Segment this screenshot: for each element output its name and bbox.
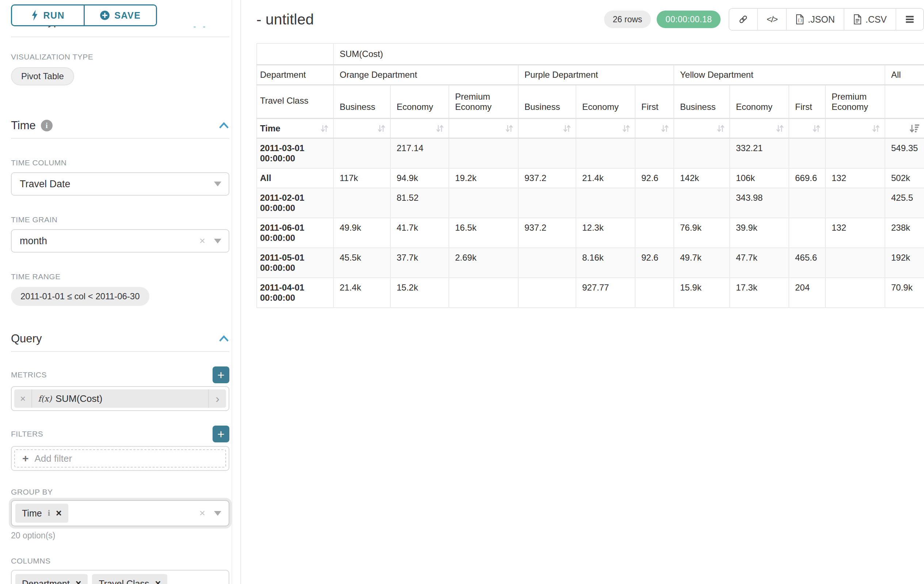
- sort-header[interactable]: [885, 118, 924, 138]
- plus-icon: +: [22, 452, 29, 465]
- chevron-down-icon[interactable]: [214, 239, 221, 243]
- cell-value: [825, 188, 885, 218]
- metric-name: SUM(Cost): [56, 393, 102, 405]
- sort-header[interactable]: [390, 118, 449, 138]
- time-section-title: Time: [11, 119, 36, 132]
- remove-chip-icon[interactable]: ×: [76, 579, 81, 584]
- query-timer-badge: 00:00:00.18: [657, 11, 721, 28]
- cell-value: [635, 188, 674, 218]
- query-section-header[interactable]: Query: [11, 332, 229, 345]
- export-csv-button[interactable]: .CSV: [844, 9, 896, 30]
- time-grain-value: month: [20, 235, 47, 247]
- copy-link-button[interactable]: [729, 9, 757, 30]
- table-row: All117k94.9k19.2k937.221.4k92.6142k106k6…: [257, 168, 924, 188]
- section-divider: [11, 36, 229, 37]
- run-button[interactable]: RUN: [12, 5, 84, 25]
- cell-value: [518, 278, 576, 308]
- sort-header[interactable]: [576, 118, 635, 138]
- column-header: Business: [674, 85, 730, 118]
- menu-icon: [905, 15, 914, 23]
- run-save-group: RUN SAVE: [11, 4, 157, 26]
- sort-header[interactable]: [635, 118, 674, 138]
- panel-drag-handle[interactable]: [193, 26, 205, 28]
- add-filter-dropzone[interactable]: + Add filter: [14, 449, 226, 467]
- export-json-button[interactable]: { } .JSON: [786, 9, 844, 30]
- sort-icon[interactable]: [563, 124, 571, 133]
- sort-header[interactable]: [730, 118, 789, 138]
- table-row: 2011-02-01 00:00:0081.52343.98425.5: [257, 188, 924, 218]
- sort-icon[interactable]: [436, 124, 444, 133]
- cell-value: [789, 188, 825, 218]
- sort-icon[interactable]: [320, 124, 329, 133]
- remove-chip-icon[interactable]: ×: [56, 508, 62, 518]
- cell-value: 502k: [885, 168, 924, 188]
- pivot-tbody: 2011-03-01 00:00:00217.14332.21549.35All…: [257, 138, 924, 308]
- sort-icon[interactable]: [871, 124, 880, 133]
- cell-value: 549.35: [885, 138, 924, 169]
- metric-item[interactable]: × f(x) SUM(Cost) ›: [14, 390, 226, 408]
- cell-value: 332.21: [730, 138, 789, 169]
- chevron-up-icon[interactable]: [218, 335, 229, 342]
- embed-code-button[interactable]: </>: [757, 9, 786, 30]
- chevron-down-icon[interactable]: [214, 182, 221, 186]
- columns-chip-travel-class[interactable]: Travel Class ×: [92, 574, 167, 584]
- sort-header[interactable]: [449, 118, 518, 138]
- sort-icon[interactable]: [776, 124, 784, 133]
- sort-header[interactable]: [789, 118, 825, 138]
- time-column-label: TIME COLUMN: [11, 158, 229, 167]
- more-options-button[interactable]: [896, 9, 923, 30]
- chart-title[interactable]: - untitled: [256, 11, 314, 28]
- time-range-pill[interactable]: 2011-01-01 ≤ col < 2011-06-30: [11, 287, 149, 306]
- visualization-type-chip[interactable]: Pivot Table: [11, 67, 74, 86]
- clear-icon[interactable]: ×: [200, 236, 205, 246]
- cell-value: [518, 138, 576, 169]
- cell-value: 37.7k: [390, 248, 449, 278]
- time-sort-header[interactable]: Time: [257, 118, 333, 138]
- sort-header[interactable]: [674, 118, 730, 138]
- chevron-down-icon[interactable]: [214, 511, 221, 516]
- corner-blank-cell: [257, 43, 333, 65]
- info-icon: i: [41, 120, 53, 132]
- table-row: 2011-04-01 00:00:0021.4k15.2k927.7715.9k…: [257, 278, 924, 308]
- chevron-right-icon[interactable]: ›: [208, 390, 226, 408]
- group-by-select[interactable]: Time i × ×: [11, 500, 229, 526]
- cell-value: 937.2: [518, 168, 576, 188]
- clear-icon[interactable]: ×: [200, 508, 205, 518]
- sort-icon[interactable]: [716, 124, 725, 133]
- columns-select[interactable]: Department × Travel Class × ×: [11, 570, 229, 584]
- chevron-up-icon[interactable]: [218, 122, 229, 129]
- save-button[interactable]: SAVE: [84, 5, 156, 25]
- add-filter-button[interactable]: +: [213, 426, 229, 443]
- sort-icon[interactable]: [812, 124, 821, 133]
- columns-chip-department[interactable]: Department ×: [15, 574, 87, 584]
- cell-value: 92.6: [635, 168, 674, 188]
- row-label: 2011-02-01 00:00:00: [257, 188, 333, 218]
- time-section-header[interactable]: Time i: [11, 119, 229, 132]
- cell-value: [576, 138, 635, 169]
- add-metric-button[interactable]: +: [213, 367, 229, 383]
- sort-header[interactable]: [333, 118, 390, 138]
- cell-value: [635, 218, 674, 248]
- group-by-options-hint: 20 option(s): [11, 531, 229, 541]
- sort-icon[interactable]: [377, 124, 386, 133]
- sort-header[interactable]: [825, 118, 885, 138]
- cell-value: [825, 278, 885, 308]
- sort-icon[interactable]: [505, 124, 513, 133]
- cell-value: 47.7k: [730, 248, 789, 278]
- sort-descending-icon[interactable]: [909, 124, 920, 133]
- group-by-chip-time[interactable]: Time i ×: [15, 504, 68, 523]
- sidebar-scroll-track[interactable]: [231, 0, 232, 584]
- sort-icon[interactable]: [622, 124, 630, 133]
- cell-value: 192k: [885, 248, 924, 278]
- remove-chip-icon[interactable]: ×: [155, 579, 161, 584]
- time-grain-select[interactable]: month ×: [11, 229, 229, 253]
- cell-value: 15.9k: [674, 278, 730, 308]
- cell-value: 19.2k: [449, 168, 518, 188]
- time-column-select[interactable]: Travel Date: [11, 172, 229, 196]
- sort-icon[interactable]: [660, 124, 669, 133]
- remove-metric-icon[interactable]: ×: [14, 390, 32, 408]
- run-label: RUN: [43, 10, 64, 21]
- column-header: First: [635, 85, 674, 118]
- cell-value: [333, 188, 390, 218]
- sort-header[interactable]: [518, 118, 576, 138]
